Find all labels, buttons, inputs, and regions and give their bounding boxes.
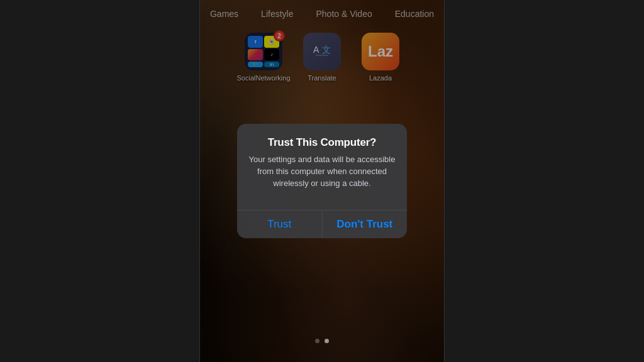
phone-screen: Games Lifestyle Photo & Video Education … bbox=[199, 0, 445, 362]
dialog-title: Trust This Computer? bbox=[247, 136, 397, 149]
trust-button[interactable]: Trust bbox=[237, 211, 323, 238]
dialog-overlay: Trust This Computer? Your settings and d… bbox=[200, 0, 444, 362]
trust-dialog: Trust This Computer? Your settings and d… bbox=[237, 124, 407, 238]
dialog-body: Trust This Computer? Your settings and d… bbox=[237, 124, 407, 200]
dialog-buttons: Trust Don't Trust bbox=[237, 210, 407, 238]
dialog-message: Your settings and data will be accessibl… bbox=[247, 154, 397, 190]
dont-trust-button[interactable]: Don't Trust bbox=[323, 211, 408, 238]
